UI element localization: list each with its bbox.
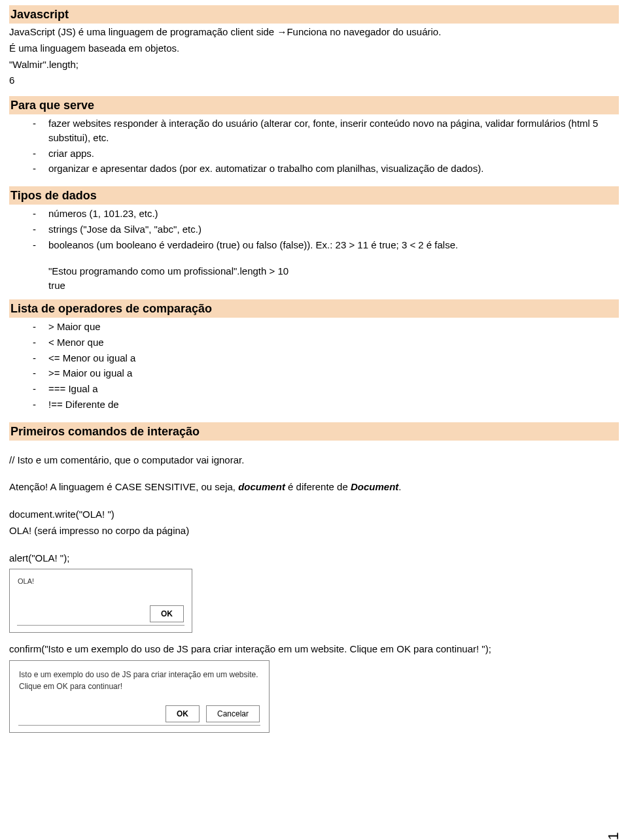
list-item: >= Maior ou igual a [33, 366, 619, 380]
list-item: strings ("Jose da Silva", "abc", etc.) [33, 222, 619, 237]
document-write-result: OLA! (será impresso no corpo da página) [9, 524, 619, 538]
list-item: === Igual a [33, 382, 619, 396]
section-primeiros-comandos-title: Primeiros comandos de interação [9, 422, 619, 441]
alert-dialog-text: OLA! [18, 576, 184, 587]
intro-paragraph-1: JavaScript (JS) é uma linguagem de progr… [9, 25, 619, 39]
comment-example: // Isto e um comentário, que o computado… [9, 453, 619, 467]
confirm-example: confirm("Isto e um exemplo do uso de JS … [9, 642, 619, 656]
para-que-serve-list: fazer websites responder à interação do … [9, 116, 619, 176]
confirm-dialog-text: Isto e um exemplo do uso de JS para cria… [19, 669, 260, 692]
text: Funciona no navegador do usuário. [287, 26, 441, 37]
list-item: fazer websites responder à interação do … [33, 116, 619, 145]
operadores-list: > Maior que < Menor que <= Menor ou igua… [9, 320, 619, 412]
right-arrow-icon: → [277, 26, 287, 37]
section-tipos-de-dados-title: Tipos de dados [9, 186, 619, 205]
confirm-ok-button[interactable]: OK [166, 705, 200, 722]
alert-example: alert("OLA! "); [9, 551, 619, 565]
tipos-de-dados-list: números (1, 101.23, etc.) strings ("Jose… [9, 207, 619, 252]
code-line: "Estou programando como um profissional"… [48, 264, 619, 278]
code-length-result: 6 [9, 73, 619, 88]
list-item: !== Diferente de [33, 397, 619, 412]
emphasis-document: document [238, 481, 285, 492]
code-example-block: "Estou programando como um profissional"… [9, 264, 619, 294]
list-item: <= Menor ou igual a [33, 351, 619, 365]
emphasis-Document: Document [351, 481, 398, 492]
list-item: > Maior que [33, 320, 619, 334]
text: é diferente de [285, 481, 351, 492]
text: Atenção! A linguagem é CASE SENSITIVE, o… [9, 481, 238, 492]
document-write-example: document.write("OLA! ") [9, 507, 619, 522]
list-item: criar apps. [33, 146, 619, 161]
confirm-dialog: Isto e um exemplo do uso de JS para cria… [9, 660, 270, 733]
section-para-que-serve-title: Para que serve [9, 96, 619, 114]
list-item: < Menor que [33, 335, 619, 350]
section-operadores-title: Lista de operadores de comparação [9, 299, 619, 318]
list-item: organizar e apresentar dados (por ex. au… [33, 161, 619, 176]
list-item: booleanos (um booleano é verdadeiro (tru… [33, 238, 619, 252]
list-item: números (1, 101.23, etc.) [33, 207, 619, 221]
code-result: true [48, 278, 619, 293]
text: JavaScript (JS) é uma linguagem de progr… [9, 26, 277, 37]
text: . [398, 481, 401, 492]
code-length-example: "Walmir".length; [9, 58, 619, 72]
intro-paragraph-2: É uma linguagem baseada em objetos. [9, 41, 619, 56]
alert-ok-button[interactable]: OK [150, 605, 184, 622]
section-javascript-title: Javascript [9, 5, 619, 24]
alert-dialog: OLA! OK [9, 569, 192, 633]
case-sensitive-note: Atenção! A linguagem é CASE SENSITIVE, o… [9, 480, 619, 494]
confirm-cancel-button[interactable]: Cancelar [206, 705, 260, 722]
